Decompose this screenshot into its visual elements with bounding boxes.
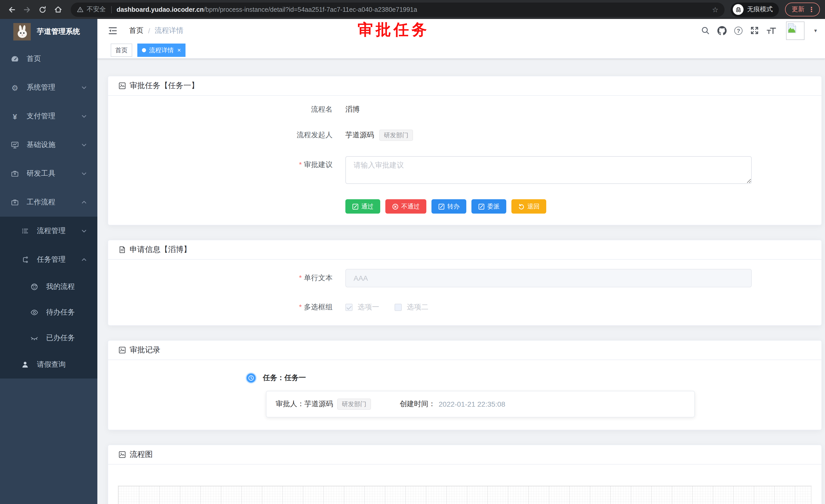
- advice-textarea[interactable]: [346, 156, 752, 184]
- logo-image: [13, 23, 31, 40]
- breadcrumb-home[interactable]: 首页: [129, 26, 144, 35]
- tag-process-detail[interactable]: 流程详情 ×: [137, 44, 185, 57]
- help-icon[interactable]: ?: [734, 26, 743, 34]
- eye-closed-icon: [30, 334, 39, 342]
- sidebar-item-label: 支付管理: [27, 112, 55, 121]
- yen-icon: ¥: [10, 112, 19, 120]
- avatar[interactable]: [786, 21, 805, 40]
- url-bar[interactable]: 不安全 dashboard.yudao.iocoder.cn/bpm/proce…: [71, 2, 725, 17]
- card-body: [108, 465, 821, 504]
- card-header: 流程图: [108, 445, 821, 465]
- edit-icon: [438, 203, 445, 210]
- tags-view: 首页 流程详情 ×: [97, 42, 825, 59]
- tag-label: 流程详情: [149, 46, 174, 55]
- active-dot: [142, 48, 146, 52]
- sidebar-item-payment[interactable]: ¥ 支付管理: [0, 102, 97, 131]
- sidebar-item-todo-tasks[interactable]: 待办任务: [0, 300, 97, 325]
- approve-button[interactable]: 通过: [346, 199, 380, 214]
- checkbox-unchecked-icon: [394, 304, 402, 311]
- sidebar-collapse-icon[interactable]: [107, 25, 118, 35]
- sidebar-item-process-mgmt[interactable]: 流程管理: [0, 217, 97, 245]
- reload-icon[interactable]: [36, 3, 49, 16]
- browser-toolbar: 不安全 dashboard.yudao.iocoder.cn/bpm/proce…: [0, 0, 825, 19]
- checkbox-option-2: 选项二: [394, 303, 428, 312]
- sidebar-item-task-mgmt[interactable]: 任务管理: [0, 245, 97, 274]
- sidebar-item-system[interactable]: ⚙ 系统管理: [0, 73, 97, 102]
- page-content: 审批任务【任务一】 流程名 滔博 流程发起人 芋道源码 研发部门: [97, 59, 825, 504]
- sidebar-item-label: 工作流程: [27, 198, 55, 207]
- broken-image-icon: [788, 23, 796, 33]
- advice-label: *审批建议: [119, 156, 339, 170]
- approver-name: 芋道源码: [304, 400, 333, 409]
- process-name-value: 滔博: [346, 105, 360, 114]
- avatar-caret-icon[interactable]: ▼: [813, 28, 818, 33]
- tag-home[interactable]: 首页: [111, 44, 132, 57]
- sidebar-item-label: 基础设施: [27, 140, 55, 150]
- browser-menu-icon[interactable]: ⋮: [808, 6, 815, 13]
- monitor-icon: [10, 141, 19, 149]
- page-title-annotation: 审批任务: [358, 19, 430, 40]
- sidebar-item-infra[interactable]: 基础设施: [0, 131, 97, 159]
- delegate-button[interactable]: 委派: [471, 199, 506, 214]
- sidebar-item-label: 任务管理: [37, 255, 66, 264]
- workflow-submenu: 流程管理 任务管理 我的流程: [0, 217, 97, 379]
- warning-icon: [77, 6, 83, 13]
- flow-icon: [20, 256, 30, 264]
- reject-button[interactable]: 不通过: [385, 199, 426, 214]
- process-name-label: 流程名: [119, 105, 339, 114]
- undo-icon: [518, 203, 525, 210]
- card-title: 流程图: [130, 450, 153, 459]
- sidebar-item-my-process[interactable]: 我的流程: [0, 274, 97, 300]
- browser-update-button[interactable]: 更新 ⋮: [785, 3, 820, 16]
- chevron-up-icon: [81, 257, 87, 263]
- text-field-row: *单行文本: [119, 269, 811, 287]
- breadcrumb: 首页 / 流程详情: [129, 26, 183, 35]
- initiator-label: 流程发起人: [119, 131, 339, 140]
- sidebar-item-label: 待办任务: [46, 308, 75, 317]
- main-area: 首页 / 流程详情 审批任务 ?: [97, 19, 825, 504]
- checkbox-option-1: 选项一: [346, 303, 379, 312]
- sidebar-item-label: 已办任务: [46, 333, 75, 343]
- sidebar-item-home[interactable]: 首页: [0, 45, 97, 73]
- security-label: 不安全: [87, 5, 106, 14]
- sidebar-item-leave-query[interactable]: 请假查询: [0, 351, 97, 379]
- sidebar-item-workflow[interactable]: 工作流程: [0, 188, 97, 217]
- tag-label: 首页: [115, 46, 128, 55]
- approve-actions: 通过 不通过 转办 委: [346, 199, 811, 216]
- approval-records-card: 审批记录 任务：任务一 审批人： 芋道源码 研发部门: [107, 340, 822, 430]
- github-icon[interactable]: [718, 26, 727, 35]
- chevron-down-icon: [81, 113, 87, 119]
- clock-icon: [246, 373, 256, 383]
- transfer-button[interactable]: 转办: [432, 199, 466, 214]
- home-icon[interactable]: [51, 3, 65, 16]
- list-tree-icon: [20, 227, 30, 235]
- sidebar-item-done-tasks[interactable]: 已办任务: [0, 325, 97, 351]
- checkbox-label: 选项二: [407, 303, 428, 312]
- process-name-row: 流程名 滔博: [119, 105, 811, 114]
- circle-x-icon: [392, 203, 399, 210]
- bookmark-star-icon[interactable]: ☆: [708, 5, 719, 14]
- font-size-icon[interactable]: [767, 26, 776, 35]
- forward-icon[interactable]: [20, 3, 34, 16]
- card-header: 审批记录: [108, 341, 821, 360]
- incognito-label: 无痕模式: [747, 5, 773, 14]
- update-label: 更新: [792, 5, 805, 14]
- app-logo[interactable]: 芋道管理系统: [0, 19, 97, 45]
- chevron-down-icon: [81, 142, 87, 148]
- fullscreen-icon[interactable]: [750, 26, 759, 35]
- gear-icon: ⚙: [10, 84, 19, 91]
- created-time-group: 创建时间： 2022-01-21 22:35:08: [400, 400, 505, 409]
- security-indicator[interactable]: 不安全: [77, 5, 106, 14]
- search-icon[interactable]: [701, 26, 710, 35]
- url-path: /bpm/process-instance/detail?id=54aa251f…: [204, 6, 417, 13]
- apply-info-card: 申请信息【滔博】 *单行文本 *多选框组 选项一: [107, 240, 822, 326]
- sidebar-item-devtools[interactable]: 研发工具: [0, 159, 97, 188]
- back-icon[interactable]: [5, 3, 18, 16]
- bpmn-canvas[interactable]: [119, 486, 811, 504]
- sidebar-item-label: 流程管理: [37, 226, 66, 236]
- return-button[interactable]: 退回: [511, 199, 546, 214]
- card-header: 审批任务【任务一】: [108, 76, 821, 96]
- close-icon[interactable]: ×: [177, 47, 181, 54]
- divider: [111, 6, 111, 13]
- picture-icon: [119, 82, 126, 90]
